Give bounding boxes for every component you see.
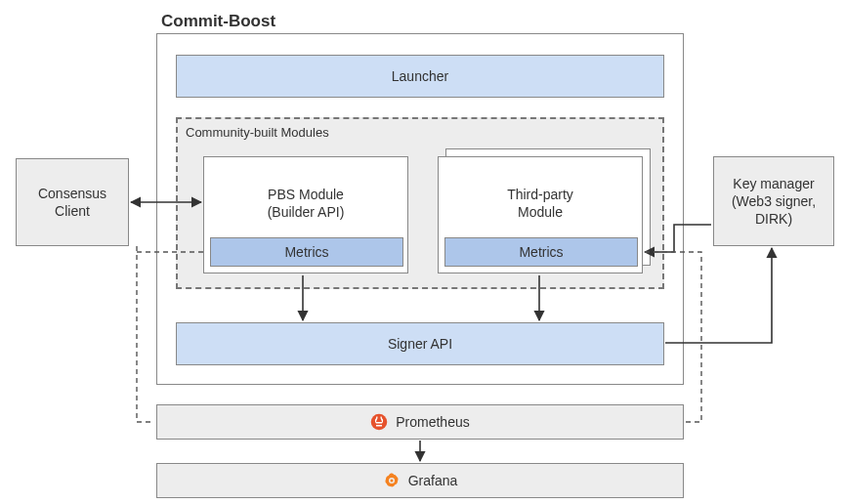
prometheus-icon <box>370 413 388 431</box>
pbs-metrics: Metrics <box>210 237 403 267</box>
consensus-l2: Client <box>55 202 90 220</box>
prometheus-label: Prometheus <box>396 414 469 430</box>
thirdparty-module-subtitle: Module <box>518 203 563 221</box>
pbs-metrics-label: Metrics <box>284 244 328 260</box>
grafana-icon <box>383 472 401 489</box>
thirdparty-module-title: Third-party <box>507 186 573 203</box>
keymanager-l2: (Web3 signer, <box>732 192 816 210</box>
thirdparty-metrics-label: Metrics <box>519 244 563 260</box>
community-modules-label: Community-built Modules <box>186 125 329 140</box>
signer-api-label: Signer API <box>388 336 452 352</box>
pbs-module-title: PBS Module <box>268 186 344 203</box>
prometheus-box: Prometheus <box>156 404 684 440</box>
key-manager-box: Key manager (Web3 signer, DIRK) <box>713 156 834 246</box>
keymanager-l1: Key manager <box>733 175 814 192</box>
consensus-l1: Consensus <box>38 185 106 202</box>
grafana-label: Grafana <box>408 473 458 488</box>
pbs-module: PBS Module (Builder API) Metrics <box>203 156 408 273</box>
keymanager-l3: DIRK) <box>755 210 792 228</box>
thirdparty-module: Third-party Module Metrics <box>438 156 643 273</box>
thirdparty-metrics: Metrics <box>444 237 638 267</box>
grafana-box: Grafana <box>156 463 684 498</box>
consensus-client-box: Consensus Client <box>16 158 129 246</box>
commit-boost-title: Commit-Boost <box>161 12 275 31</box>
launcher-box: Launcher <box>176 55 664 98</box>
signer-api-box: Signer API <box>176 322 664 365</box>
launcher-label: Launcher <box>392 68 448 84</box>
pbs-module-subtitle: (Builder API) <box>268 203 345 221</box>
